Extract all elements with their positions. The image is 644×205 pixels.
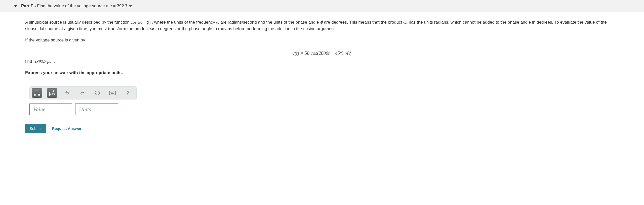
svg-rect-1 xyxy=(110,92,111,93)
express-instruction: Express your answer with the appropriate… xyxy=(25,70,619,76)
templates-icon xyxy=(34,90,40,96)
intro-1: A sinusoidal source is usually described… xyxy=(25,20,131,25)
find-fn: v(392.7 μs) xyxy=(33,59,53,64)
intro-2: , where the units of the frequency xyxy=(152,20,216,25)
redo-icon xyxy=(79,91,85,95)
intro-wt1: ωt xyxy=(403,20,408,25)
part-title-var: t xyxy=(111,4,112,8)
value-input[interactable] xyxy=(29,104,72,115)
reset-icon xyxy=(95,90,100,96)
intro-3: are radians/second and the units of the … xyxy=(220,20,320,25)
find-1: find xyxy=(25,59,33,64)
part-label-text: Part F - xyxy=(21,4,37,8)
part-label: Part F - Find the value of the voltage s… xyxy=(15,4,133,9)
undo-button[interactable] xyxy=(62,88,72,98)
part-title-eq: = 392.7 xyxy=(113,4,129,8)
answer-widget: μÅ ? xyxy=(25,83,141,119)
intro-fn: cos(ωt + ϕ) xyxy=(131,20,151,25)
equation-text: v(t) = 50 cos(2000t − 45°) mV, xyxy=(293,50,352,56)
keyboard-button[interactable] xyxy=(107,88,118,98)
part-header[interactable]: Part F - Find the value of the voltage s… xyxy=(0,0,644,12)
help-icon: ? xyxy=(126,89,129,96)
help-button[interactable]: ? xyxy=(122,88,133,98)
intro-wt2: ωt xyxy=(150,26,154,31)
intro-6: to degrees or the phase angle to radians… xyxy=(155,26,336,31)
templates-button[interactable] xyxy=(32,88,42,98)
given-by-text: If the voltage source is given by xyxy=(25,37,619,43)
answer-input-row xyxy=(29,104,137,115)
intro-phi: ϕ xyxy=(320,20,323,25)
units-symbol: μÅ xyxy=(49,89,55,97)
svg-rect-3 xyxy=(112,92,113,93)
units-input[interactable] xyxy=(75,104,118,115)
equation-block: v(t) = 50 cos(2000t − 45°) mV, xyxy=(25,49,619,57)
svg-rect-0 xyxy=(109,91,115,95)
intro-paragraph: A sinusoidal source is usually described… xyxy=(25,19,619,32)
reset-button[interactable] xyxy=(92,88,103,98)
redo-button[interactable] xyxy=(77,88,88,98)
units-button[interactable]: μÅ xyxy=(47,88,57,98)
action-row: Submit Request Answer xyxy=(25,124,619,133)
svg-rect-4 xyxy=(114,92,114,93)
intro-4: are degrees. This means that the product xyxy=(324,20,403,25)
submit-button[interactable]: Submit xyxy=(25,124,46,133)
chevron-down-icon xyxy=(14,5,17,7)
request-answer-link[interactable]: Request Answer xyxy=(52,126,82,131)
keyboard-icon xyxy=(109,91,116,95)
answer-toolbar: μÅ ? xyxy=(29,86,137,99)
intro-omega: ω xyxy=(216,20,219,25)
part-body: A sinusoidal source is usually described… xyxy=(0,12,644,140)
svg-rect-5 xyxy=(111,93,114,94)
find-line: find v(392.7 μs) . xyxy=(25,58,619,65)
undo-icon xyxy=(64,91,70,95)
part-title-unit: μs xyxy=(129,4,133,8)
svg-rect-2 xyxy=(111,92,112,93)
find-2: . xyxy=(54,59,55,64)
part-title-prefix: Find the value of the voltage source at xyxy=(37,4,111,8)
